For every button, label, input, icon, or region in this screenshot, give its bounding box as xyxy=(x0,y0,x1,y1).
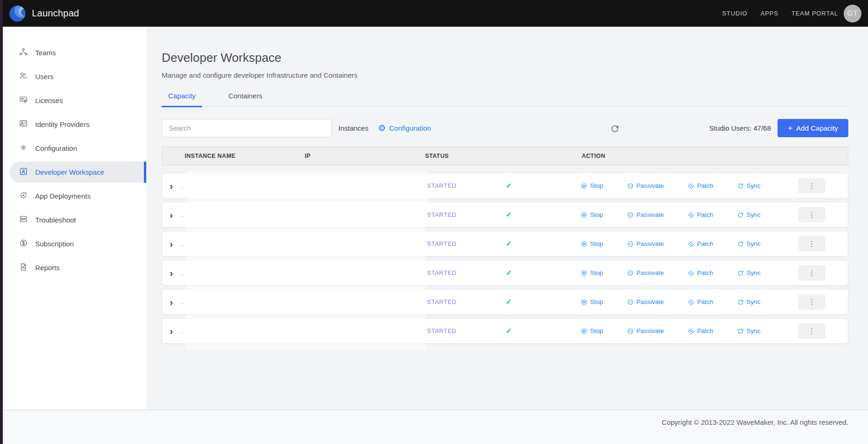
chevron-right-icon[interactable]: › xyxy=(170,239,181,249)
sidebar-item[interactable]: Configuration xyxy=(3,136,146,160)
sync-action[interactable]: Sync xyxy=(737,240,761,248)
sidebar-item[interactable]: Teams xyxy=(3,41,146,65)
teams-icon xyxy=(19,47,28,57)
row-menu-button[interactable]: ⋮ xyxy=(798,178,825,193)
passivate-icon xyxy=(627,240,634,248)
patch-action[interactable]: Patch xyxy=(687,240,713,248)
redacted-name-prefix: .. xyxy=(181,299,187,305)
sync-action[interactable]: Sync xyxy=(737,298,761,306)
passivate-icon xyxy=(627,211,634,219)
patch-icon xyxy=(687,298,695,306)
tab[interactable]: Containers xyxy=(222,92,269,107)
health-check-icon: ✓ xyxy=(499,268,574,277)
chevron-right-icon[interactable]: › xyxy=(170,326,181,336)
patch-action[interactable]: Patch xyxy=(687,182,713,190)
stop-icon xyxy=(580,327,588,335)
stop-action[interactable]: Stop xyxy=(580,269,603,277)
column-header-action: ACTION xyxy=(582,153,605,159)
chevron-right-icon[interactable]: › xyxy=(170,268,181,278)
stop-action[interactable]: Stop xyxy=(580,240,603,248)
patch-icon xyxy=(687,211,695,219)
patch-icon xyxy=(687,327,695,335)
kebab-icon: ⋮ xyxy=(808,182,816,190)
sidebar-item[interactable]: Identity Providers xyxy=(3,112,146,136)
sync-action[interactable]: Sync xyxy=(737,269,761,277)
add-capacity-button[interactable]: + Add Capacity xyxy=(778,119,848,137)
sidebar-item[interactable]: Subscription xyxy=(3,232,146,256)
passivate-icon xyxy=(627,182,634,190)
sidebar-item-label: Developer Workspace xyxy=(35,168,104,176)
stop-action[interactable]: Stop xyxy=(580,327,603,335)
redacted-name-prefix: .. xyxy=(181,270,187,276)
users-icon xyxy=(19,71,28,81)
patch-icon xyxy=(687,269,695,277)
table-row: › .. STARTED ✓ Stop Passivate Patch Sync… xyxy=(162,318,848,344)
sync-icon xyxy=(737,182,744,190)
sync-action[interactable]: Sync xyxy=(737,211,761,219)
tab[interactable]: Capacity xyxy=(162,92,202,107)
patch-action[interactable]: Patch xyxy=(687,327,713,335)
passivate-action[interactable]: Passivate xyxy=(627,240,664,248)
sidebar-item[interactable]: App Deployments xyxy=(3,184,146,208)
topbar: Launchpad STUDIO APPS TEAM PORTAL GT xyxy=(0,0,868,27)
developer-workspace-icon xyxy=(19,167,28,176)
tab-bar: Capacity Containers xyxy=(162,92,848,107)
sync-action[interactable]: Sync xyxy=(737,327,761,335)
search-input[interactable] xyxy=(162,119,332,137)
sidebar-item[interactable]: Licenses xyxy=(3,89,146,112)
chevron-right-icon[interactable]: › xyxy=(170,181,181,191)
passivate-icon xyxy=(627,269,634,277)
sidebar-item[interactable]: Troubleshoot xyxy=(3,208,146,232)
sync-action[interactable]: Sync xyxy=(737,182,761,190)
sidebar-item-label: Configuration xyxy=(35,144,77,152)
copyright-text: Copyright © 2013-2022 WaveMaker, Inc. Al… xyxy=(662,418,848,426)
topbar-nav-link[interactable]: APPS xyxy=(761,10,778,17)
status-badge: STARTED xyxy=(421,211,499,218)
licenses-icon xyxy=(19,95,28,104)
sync-icon xyxy=(737,211,744,219)
passivate-action[interactable]: Passivate xyxy=(627,269,664,277)
passivate-icon xyxy=(627,327,634,335)
chevron-right-icon[interactable]: › xyxy=(170,297,181,307)
stop-icon xyxy=(580,269,588,277)
sidebar-item[interactable]: Developer Workspace xyxy=(3,160,146,184)
topbar-nav-link[interactable]: STUDIO xyxy=(722,10,748,17)
configuration-icon xyxy=(19,143,28,152)
patch-action[interactable]: Patch xyxy=(687,298,713,306)
status-badge: STARTED xyxy=(421,240,499,247)
row-menu-button[interactable]: ⋮ xyxy=(798,207,825,222)
chevron-right-icon[interactable]: › xyxy=(170,210,181,220)
row-menu-button[interactable]: ⋮ xyxy=(798,236,825,252)
passivate-action[interactable]: Passivate xyxy=(627,211,664,219)
wavemaker-logo-icon xyxy=(9,6,25,22)
stop-action[interactable]: Stop xyxy=(580,298,603,306)
patch-action[interactable]: Patch xyxy=(687,211,713,219)
column-header-status: STATUS xyxy=(425,153,582,159)
passivate-action[interactable]: Passivate xyxy=(627,298,664,306)
row-menu-button[interactable]: ⋮ xyxy=(798,323,825,339)
configuration-link[interactable]: ⚙ Configuration xyxy=(378,124,431,133)
health-check-icon: ✓ xyxy=(499,239,574,248)
window-edge-strip xyxy=(0,0,3,444)
patch-action[interactable]: Patch xyxy=(687,269,713,277)
passivate-action[interactable]: Passivate xyxy=(627,327,664,335)
topbar-nav-link[interactable]: TEAM PORTAL xyxy=(792,10,838,17)
stop-action[interactable]: Stop xyxy=(580,182,603,190)
sidebar-item[interactable]: Users xyxy=(3,65,146,89)
sidebar-item-label: App Deployments xyxy=(35,192,90,200)
table-row: › .. STARTED ✓ Stop Passivate Patch Sync… xyxy=(162,289,848,315)
stop-icon xyxy=(580,182,588,190)
row-menu-button[interactable]: ⋮ xyxy=(798,265,825,281)
redacted-name-prefix: .. xyxy=(181,241,187,247)
stop-icon xyxy=(580,211,588,219)
passivate-action[interactable]: Passivate xyxy=(627,182,664,190)
column-header-ip: IP xyxy=(305,153,425,159)
stop-action[interactable]: Stop xyxy=(580,211,603,219)
health-check-icon: ✓ xyxy=(499,326,574,335)
sidebar-item[interactable]: Reports xyxy=(3,256,146,280)
refresh-icon[interactable] xyxy=(610,123,620,133)
row-menu-button[interactable]: ⋮ xyxy=(798,294,825,310)
row-actions: Stop Passivate Patch Sync xyxy=(574,211,761,219)
reports-icon xyxy=(19,262,28,272)
user-avatar[interactable]: GT xyxy=(844,5,861,22)
